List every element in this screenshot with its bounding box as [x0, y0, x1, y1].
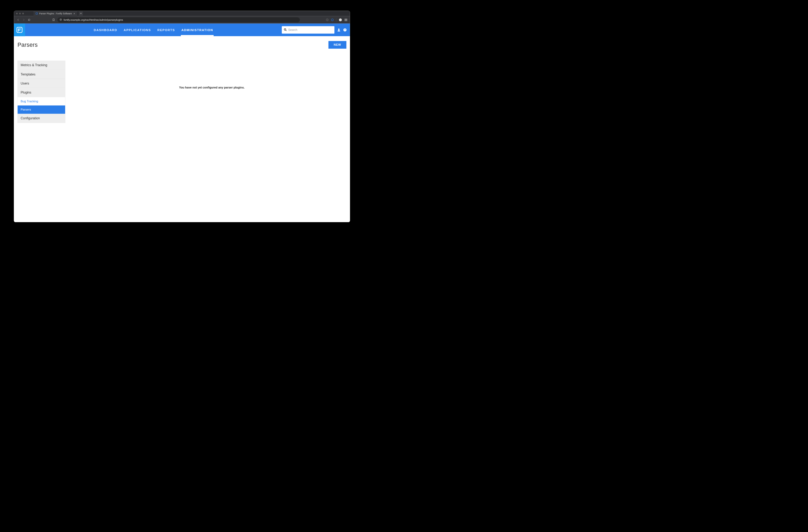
sidebar-sub-bug-tracking[interactable]: Bug Tracking — [18, 97, 65, 106]
sidebar-item-plugins[interactable]: Plugins — [18, 88, 65, 97]
svg-rect-0 — [36, 13, 37, 14]
back-button[interactable] — [17, 18, 20, 21]
address-bar[interactable]: fortify.example.org/ssc/html/ssc/admin/p… — [57, 17, 300, 22]
browser-tab[interactable]: Parser Plugins : Fortify Software ✕ — [34, 11, 77, 16]
user-icon[interactable] — [337, 28, 341, 32]
globe-icon — [59, 18, 62, 21]
nav-administration[interactable]: ADMINISTRATION — [181, 24, 214, 36]
svg-point-6 — [284, 29, 286, 30]
sidebar-sub-parsers[interactable]: Parsers — [18, 106, 65, 114]
info-icon[interactable] — [326, 19, 329, 21]
top-nav: DASHBOARD APPLICATIONS REPORTS ADMINISTR… — [25, 24, 282, 36]
svg-line-7 — [286, 30, 287, 31]
search-input[interactable] — [288, 28, 333, 32]
search-box[interactable] — [282, 26, 334, 34]
bookmark-icon[interactable] — [52, 18, 55, 21]
browser-toolbar: fortify.example.org/ssc/html/ssc/admin/p… — [14, 16, 350, 24]
sidebar-item-configuration[interactable]: Configuration — [18, 114, 65, 123]
window-maximize-icon[interactable] — [22, 13, 24, 14]
nav-applications[interactable]: APPLICATIONS — [123, 24, 151, 36]
tab-title: Parser Plugins : Fortify Software — [39, 12, 72, 15]
tab-favicon-icon — [36, 13, 38, 15]
nav-dashboard[interactable]: DASHBOARD — [93, 24, 118, 36]
svg-rect-4 — [327, 19, 328, 19]
browser-menu-icon[interactable] — [345, 19, 347, 21]
browser-status-icon[interactable] — [331, 19, 334, 21]
new-button[interactable]: NEW — [329, 41, 347, 49]
search-icon — [283, 28, 287, 32]
forward-button[interactable] — [22, 18, 25, 21]
sidebar-item-templates[interactable]: Templates — [18, 70, 65, 79]
window-minimize-icon[interactable] — [19, 13, 21, 14]
content-area: You have not yet configured any parser p… — [77, 60, 347, 89]
reload-button[interactable] — [27, 18, 31, 21]
tab-close-icon[interactable]: ✕ — [73, 12, 75, 15]
page-title: Parsers — [18, 41, 38, 48]
sidebar-item-users[interactable]: Users — [18, 79, 65, 88]
page-body: Parsers NEW Metrics & Tracking Templates… — [14, 36, 350, 222]
empty-state-text: You have not yet configured any parser p… — [179, 86, 244, 89]
browser-titlebar: Parser Plugins : Fortify Software ✕ + — [14, 11, 350, 16]
url-text: fortify.example.org/ssc/html/ssc/admin/p… — [63, 18, 123, 21]
svg-rect-3 — [327, 20, 328, 20]
new-tab-button[interactable]: + — [79, 12, 83, 15]
sidebar-item-metrics-tracking[interactable]: Metrics & Tracking — [18, 61, 65, 70]
window-controls — [16, 13, 24, 14]
app-logo[interactable] — [14, 24, 25, 36]
app-header: DASHBOARD APPLICATIONS REPORTS ADMINISTR… — [14, 24, 350, 36]
browser-window: Parser Plugins : Fortify Software ✕ + — [14, 11, 350, 222]
svg-point-8 — [338, 29, 339, 30]
help-icon[interactable]: ? — [344, 28, 347, 32]
admin-sidebar: Metrics & Tracking Templates Users Plugi… — [18, 60, 66, 123]
window-close-icon[interactable] — [16, 13, 18, 14]
svg-text:?: ? — [344, 29, 346, 31]
profile-avatar-icon[interactable] — [339, 18, 342, 21]
nav-reports[interactable]: REPORTS — [157, 24, 176, 36]
